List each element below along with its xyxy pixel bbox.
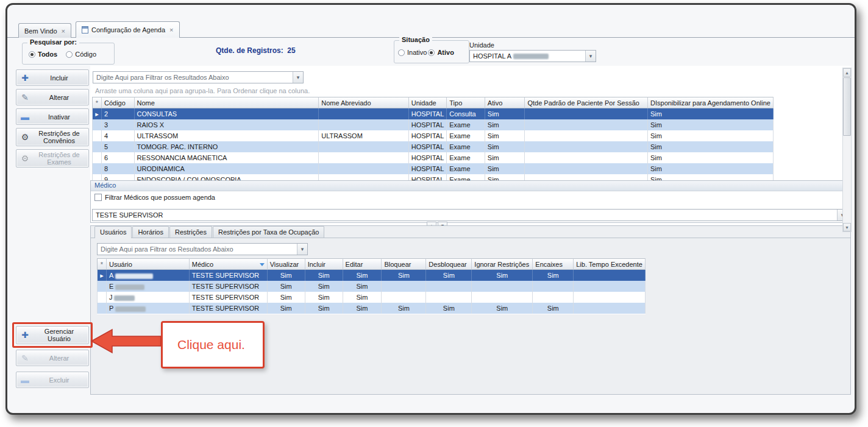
filter-medicos-checkbox[interactable] bbox=[94, 194, 102, 201]
cell bbox=[319, 152, 409, 163]
checkbox-label: Filtrar Médicos que possuem agenda bbox=[105, 194, 215, 201]
scroll-down-icon[interactable]: ▼ bbox=[843, 223, 851, 231]
close-icon[interactable]: × bbox=[62, 27, 65, 35]
radio-label: Ativo bbox=[437, 49, 454, 56]
tab-configuracao-de-agenda[interactable]: Configuração de Agenda × bbox=[76, 21, 180, 38]
table-row[interactable]: 3RAIOS XHOSPITALExameSimSim bbox=[92, 119, 774, 130]
medico-select[interactable]: TESTE SUPERVISOR ▾ bbox=[92, 209, 848, 221]
button-label: Restrições de Exames bbox=[32, 151, 86, 166]
radio-dot bbox=[66, 51, 73, 58]
column-header[interactable]: Usuário bbox=[107, 258, 190, 270]
cell: Sim bbox=[268, 270, 305, 281]
chevron-down-icon[interactable]: ▾ bbox=[293, 72, 303, 83]
column-header[interactable]: Unidade bbox=[409, 97, 447, 108]
cell bbox=[319, 163, 409, 174]
column-header[interactable]: Código bbox=[102, 97, 135, 108]
alterar-button[interactable]: ✎Alterar bbox=[16, 350, 89, 366]
alterar-button[interactable]: ✎Alterar bbox=[16, 89, 89, 105]
table-row[interactable]: PTESTE SUPERVISORSimSimSimSimSimSimSim bbox=[97, 303, 646, 314]
medico-value: TESTE SUPERVISOR bbox=[93, 210, 837, 221]
column-header[interactable]: Desbloquear bbox=[426, 258, 472, 270]
table-row[interactable]: 8URODINAMICAHOSPITALExameSimSim bbox=[92, 163, 774, 174]
radio-codigo[interactable]: Código bbox=[66, 51, 96, 58]
column-header[interactable]: Ignorar Restrições bbox=[472, 258, 533, 270]
column-header[interactable]: Nome bbox=[135, 97, 319, 108]
gerenciar-usuario-button[interactable]: ✚Gerenciar Usuário bbox=[16, 326, 89, 344]
incluir-button[interactable]: ✚Incluir bbox=[16, 69, 89, 86]
cell: 5 bbox=[102, 141, 135, 152]
scroll-up-icon[interactable]: ▲ bbox=[843, 68, 851, 77]
column-header[interactable]: * bbox=[97, 258, 107, 270]
table-row[interactable]: ▸2CONSULTASHOSPITALConsultaSimSim bbox=[92, 108, 774, 119]
column-header[interactable]: Qtde Padrão de Paciente Por Sessão bbox=[525, 97, 648, 108]
table-row[interactable]: 4ULTRASSOMULTRASSOMHOSPITALExameSimSim bbox=[92, 130, 774, 141]
radio-ativo[interactable]: Ativo bbox=[428, 49, 454, 56]
tab-usuarios[interactable]: Usuários bbox=[94, 226, 132, 238]
cell bbox=[319, 108, 409, 119]
grid1-filter-input[interactable]: Digite Aqui para Filtrar os Resultados A… bbox=[93, 71, 304, 83]
tab-restricoes-por-taxa-de-ocupacao[interactable]: Restrições por Taxa de Ocupação bbox=[213, 226, 325, 238]
restricoes-de-convenios-button[interactable]: ⚙Restrições de Convênios bbox=[16, 128, 89, 146]
restricoes-de-exames-button[interactable]: ⚙Restrições de Exames bbox=[16, 149, 89, 168]
column-header[interactable]: Encaixes bbox=[533, 258, 574, 270]
scrollbar-thumb[interactable] bbox=[843, 77, 851, 136]
cell: HOSPITAL bbox=[409, 141, 447, 152]
button-label: Alterar bbox=[32, 94, 86, 101]
column-header[interactable]: Nome Abreviado bbox=[319, 97, 409, 108]
cell: Sim bbox=[268, 292, 305, 303]
cell: CONSULTAS bbox=[135, 108, 319, 119]
cell: A bbox=[107, 270, 190, 281]
cell: Sim bbox=[533, 303, 574, 314]
cell: Sim bbox=[382, 303, 426, 314]
cell: Sim bbox=[472, 303, 533, 314]
column-header[interactable]: Visualizar bbox=[268, 258, 305, 270]
column-header[interactable]: Incluir bbox=[305, 258, 343, 270]
column-header[interactable]: Lib. Tempo Excedente bbox=[574, 258, 646, 270]
table-row[interactable]: 5TOMOGR. PAC. INTERNOHOSPITALExameSimSim bbox=[92, 141, 774, 152]
table-row[interactable]: 6RESSONANCIA MAGNETICAHOSPITALExameSimSi… bbox=[92, 152, 774, 163]
tab-restricoes[interactable]: Restrições bbox=[169, 226, 212, 238]
close-icon[interactable]: × bbox=[169, 26, 173, 34]
filter-funnel-icon[interactable] bbox=[260, 263, 265, 266]
usuarios-grid-wrap: *UsuárioMédicoVisualizarIncluirEditarBlo… bbox=[97, 258, 646, 314]
cell: Sim bbox=[426, 270, 472, 281]
groupbox-label: Pesquisar por: bbox=[27, 38, 79, 46]
cell bbox=[92, 130, 102, 141]
cell bbox=[92, 119, 102, 130]
column-header[interactable]: Médico bbox=[190, 258, 268, 270]
cell: URODINAMICA bbox=[135, 163, 319, 174]
radio-todos[interactable]: Todos bbox=[29, 51, 57, 58]
tab-bem-vindo[interactable]: Bem Vindo × bbox=[18, 23, 71, 38]
cell: 6 bbox=[102, 152, 135, 163]
column-header[interactable]: Bloquear bbox=[382, 258, 426, 270]
cell: Sim bbox=[472, 270, 533, 281]
column-header[interactable]: Ativo bbox=[485, 97, 525, 108]
excluir-button[interactable]: ▬Excluir bbox=[16, 372, 89, 388]
column-header[interactable]: Editar bbox=[343, 258, 382, 270]
vertical-scrollbar[interactable]: ▲ ▼ bbox=[842, 68, 852, 232]
redacted-text bbox=[114, 295, 135, 301]
column-header[interactable]: Tipo bbox=[447, 97, 485, 108]
table-row[interactable]: ETESTE SUPERVISORSimSimSim bbox=[97, 281, 646, 292]
table-row[interactable]: JTESTE SUPERVISORSimSimSim bbox=[97, 292, 646, 303]
column-header[interactable]: * bbox=[92, 97, 102, 108]
cell bbox=[574, 292, 646, 303]
column-header[interactable]: DIsponibilizar para Agendamento Online bbox=[648, 97, 774, 108]
cell bbox=[533, 281, 574, 292]
cell: RAIOS X bbox=[135, 119, 319, 130]
chevron-down-icon[interactable]: ▾ bbox=[297, 244, 307, 255]
chevron-down-icon[interactable]: ▾ bbox=[585, 51, 596, 62]
filter-text: Digite Aqui para Filtrar os Resultados A… bbox=[93, 72, 293, 83]
inativar-button[interactable]: ▬Inativar bbox=[16, 108, 89, 125]
cell: Exame bbox=[447, 130, 485, 141]
cell: Exame bbox=[447, 141, 485, 152]
unidade-select[interactable]: HOSPITAL A ▾ bbox=[469, 50, 596, 62]
radio-inativo[interactable]: Inativo bbox=[398, 49, 427, 56]
tab-label: Bem Vindo bbox=[24, 27, 57, 35]
grid2-filter-input[interactable]: Digite Aqui para Filtrar os Resultados A… bbox=[97, 243, 308, 255]
table-row[interactable]: ▸ATESTE SUPERVISORSimSimSimSimSimSimSim bbox=[97, 270, 646, 281]
radio-dot bbox=[29, 51, 35, 58]
records-count: Qtde. de Registros: 25 bbox=[216, 46, 296, 55]
cell: TESTE SUPERVISOR bbox=[190, 303, 268, 314]
tab-horarios[interactable]: Horários bbox=[132, 226, 169, 238]
